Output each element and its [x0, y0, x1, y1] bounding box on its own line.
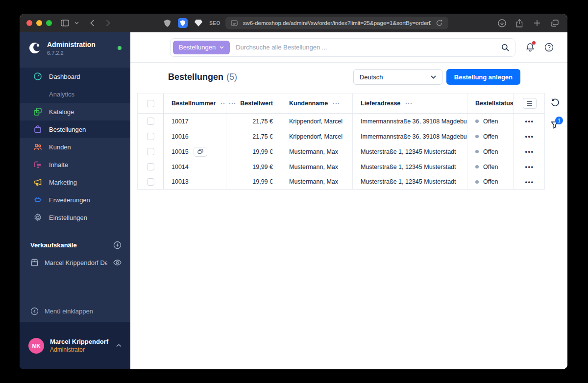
order-value: 19,99 € — [252, 164, 273, 170]
row-checkbox[interactable] — [147, 133, 154, 140]
add-sales-channel-button[interactable] — [113, 241, 122, 249]
dashboard-icon — [33, 72, 42, 81]
catalogues-icon — [33, 107, 42, 116]
shield-extension-icon[interactable] — [161, 17, 173, 29]
row-context-menu-button[interactable]: ••• — [525, 118, 534, 125]
reader-view-icon[interactable] — [230, 17, 238, 29]
column-header-status[interactable]: Bestellstatus — [475, 100, 513, 107]
table-row[interactable]: 10014 19,99 € Mustermann, Max Musterstra… — [138, 159, 544, 174]
sidebar-item-label: Marketing — [49, 179, 77, 186]
browser-sidebar-icon[interactable] — [59, 17, 71, 29]
column-header-customer[interactable]: Kundenname — [289, 100, 328, 107]
url-bar[interactable]: sw6-demoshop.de/admin#/sw/order/index?li… — [225, 17, 448, 29]
row-context-menu-button[interactable]: ••• — [525, 148, 534, 155]
global-search[interactable]: Bestellungen Durchsuche alle Bestellunge… — [170, 38, 515, 57]
delivery-address: Musterstraße 1, 12345 Musterstadt — [361, 178, 456, 185]
language-select[interactable]: Deutsch — [353, 69, 442, 85]
sidebar-item-label: Erweiterungen — [49, 196, 90, 204]
column-options-icon[interactable]: ··· — [220, 100, 226, 107]
row-context-menu-button[interactable]: ••• — [525, 178, 534, 186]
main-navigation: Dashboard Analytics Kataloge — [20, 68, 130, 226]
url-text[interactable]: sw6-demoshop.de/admin#/sw/order/index?li… — [243, 20, 431, 26]
zoom-window-button[interactable] — [46, 20, 52, 26]
select-all-checkbox[interactable] — [147, 100, 154, 107]
delivery-address: Musterstraße 1, 12345 Musterstadt — [361, 164, 456, 170]
status-badge: Offen — [483, 178, 498, 185]
status-dot-green — [118, 46, 122, 50]
sidebar-item-inhalte[interactable]: Inhalte — [20, 156, 130, 173]
admin-sidebar: Administration 6.7.2.2 Dashboard Analyti… — [20, 32, 130, 369]
share-icon[interactable] — [514, 17, 525, 29]
customer-name: Mustermann, Max — [289, 178, 338, 185]
create-order-button[interactable]: Bestellung anlegen — [446, 69, 520, 85]
sidebar-item-dashboard[interactable]: Dashboard — [20, 68, 130, 85]
order-number[interactable]: 10015 — [172, 148, 189, 155]
page-count: (5) — [226, 72, 237, 82]
row-checkbox[interactable] — [147, 118, 154, 125]
column-options-icon[interactable]: ··· — [405, 100, 413, 107]
help-button[interactable] — [544, 43, 554, 52]
table-row[interactable]: 10013 19,99 € Mustermann, Max Musterstra… — [138, 174, 544, 190]
search-icon[interactable] — [501, 44, 509, 51]
column-header-value[interactable]: Bestellwert — [240, 100, 273, 107]
diamond-extension-icon[interactable] — [193, 17, 204, 29]
status-badge: Offen — [483, 164, 498, 170]
table-settings-button[interactable] — [523, 98, 537, 109]
table-row[interactable]: 10017 21,75 € Krippendorf, Marcel Immerm… — [138, 114, 544, 129]
order-comments-button[interactable] — [194, 147, 207, 157]
notifications-button[interactable] — [526, 43, 535, 52]
row-checkbox[interactable] — [147, 148, 154, 155]
sidebar-item-analytics[interactable]: Analytics — [20, 85, 130, 103]
password-manager-extension-icon[interactable] — [178, 18, 188, 28]
column-header-address[interactable]: Lieferadresse — [361, 100, 400, 107]
seo-extension-label[interactable]: SEO — [209, 21, 220, 26]
sidebar-item-label: Bestellungen — [49, 126, 86, 133]
chevron-up-icon — [116, 344, 122, 347]
sidebar-item-kataloge[interactable]: Kataloge — [20, 103, 130, 120]
extension-icons: SEO — [161, 17, 220, 29]
downloads-icon[interactable] — [496, 17, 508, 29]
refresh-button[interactable] — [550, 98, 560, 107]
close-window-button[interactable] — [26, 20, 32, 26]
sidebar-item-marketing[interactable]: Marketing — [20, 173, 130, 191]
row-context-menu-button[interactable]: ••• — [525, 133, 534, 140]
table-row[interactable]: 10015 19,99 € Mustermann, Max Musterstra… — [138, 144, 544, 159]
order-number[interactable]: 10014 — [172, 164, 189, 170]
chevron-down-icon — [220, 46, 224, 49]
column-options-icon[interactable]: ··· — [229, 100, 236, 107]
collapse-menu-button[interactable]: Menü einklappen — [20, 302, 130, 320]
sales-channels-section: Verkaufskanäle Marcel Krippendorf De... — [20, 236, 130, 271]
sidebar-item-bestellungen[interactable]: Bestellungen — [20, 120, 130, 138]
tab-overview-icon[interactable] — [549, 17, 561, 29]
back-button[interactable] — [86, 17, 98, 29]
row-checkbox[interactable] — [147, 163, 154, 170]
eye-icon[interactable] — [113, 260, 122, 265]
filter-count-badge: 1 — [555, 117, 563, 124]
sidebar-item-einstellungen[interactable]: Einstellungen — [20, 209, 130, 226]
search-scope-pill[interactable]: Bestellungen — [173, 41, 230, 54]
order-number[interactable]: 10016 — [172, 133, 189, 140]
marketing-icon — [33, 178, 42, 187]
orders-icon — [33, 125, 42, 134]
sidebar-item-kunden[interactable]: Kunden — [20, 138, 130, 156]
order-value: 21,75 € — [252, 118, 273, 125]
filter-button[interactable]: 1 — [550, 120, 559, 129]
table-header-row: Bestellnummer ··· ··· Bestellwert Kunden… — [138, 93, 544, 114]
column-header-number[interactable]: Bestellnummer — [172, 100, 216, 107]
search-input[interactable]: Durchsuche alle Bestellungen ... — [236, 44, 501, 51]
row-context-menu-button[interactable]: ••• — [525, 163, 534, 170]
user-menu[interactable]: MK Marcel Krippendorf Administrator — [20, 322, 130, 369]
forward-button[interactable] — [102, 17, 114, 29]
row-checkbox[interactable] — [147, 178, 154, 186]
delivery-address: Immermannstraße 36, 39108 Magdeburg — [361, 118, 467, 125]
sidebar-item-erweiterungen[interactable]: Erweiterungen — [20, 191, 130, 209]
new-tab-icon[interactable] — [531, 17, 543, 29]
order-number[interactable]: 10013 — [172, 178, 189, 185]
minimize-window-button[interactable] — [36, 20, 42, 26]
reload-icon[interactable] — [436, 17, 443, 29]
table-row[interactable]: 10016 21,75 € Krippendorf, Marcel Immerm… — [138, 129, 544, 144]
order-number[interactable]: 10017 — [172, 118, 189, 125]
sales-channel-item[interactable]: Marcel Krippendorf De... — [20, 254, 130, 271]
sidebar-chevron-down-icon[interactable] — [71, 17, 82, 29]
column-options-icon[interactable]: ··· — [333, 100, 340, 107]
